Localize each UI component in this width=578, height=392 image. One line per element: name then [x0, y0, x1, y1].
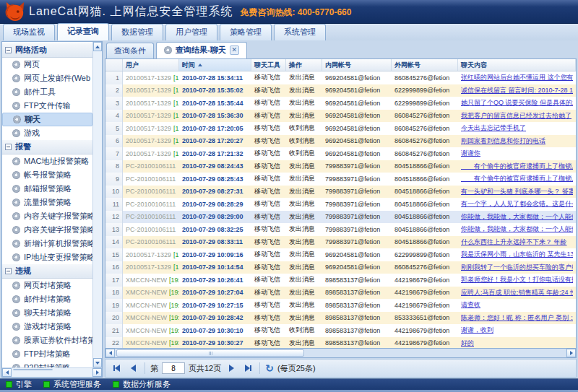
sidebar-item[interactable]: FTP文件传输	[2, 99, 92, 113]
next-page-icon[interactable]	[225, 362, 238, 375]
sidebar-item[interactable]: MAC地址报警策略	[2, 154, 92, 168]
nav-tab-user-mgmt[interactable]: 用户管理	[165, 24, 217, 40]
sidebar-item[interactable]: 内容关键字报警策略.邮	[2, 223, 92, 237]
scroll-left-icon[interactable]	[2, 368, 12, 377]
chat-content-link[interactable]: 我是沃保网小雨，山东临沂的 某先生1386497	[461, 250, 573, 259]
table-row[interactable]: 520100517-1329[12010-07-28 17:20:05移动飞信收…	[105, 122, 576, 135]
table-row[interactable]: 220100517-1329[12010-07-28 15:35:02移动飞信发…	[105, 84, 576, 97]
table-row[interactable]: 13PC-201001061112010-07-29 08:32:25移动飞信发…	[105, 223, 576, 236]
column-header-操作[interactable]: 操作	[286, 59, 322, 71]
chat-content-link[interactable]: 你能做，我能做，大家都做；一个人能做，两	[461, 225, 573, 234]
grid-horizontal-scrollbar[interactable]	[105, 349, 577, 358]
chat-content-link[interactable]: 陈老师：您好！昵 称：匿名用户 类别：未知	[461, 313, 573, 323]
column-header-rownum[interactable]	[105, 59, 123, 71]
table-row[interactable]: 22XMCCN-NEW[19:2010-07-29 10:30:27移动飞信发出…	[105, 337, 576, 349]
collapse-icon[interactable]	[5, 144, 12, 150]
chat-content-link[interactable]: 我把客户的留言信息已经发过去给她了	[461, 111, 571, 121]
sidebar-item[interactable]: 帐号报警策略	[2, 168, 92, 182]
chat-content-link[interactable]: 请查收	[461, 300, 480, 310]
chat-content-link[interactable]: 诚信保在线留言 留言时间: 2010-7-28 10:50:0	[461, 86, 573, 95]
sidebar-item[interactable]: FTP封堵策略	[2, 347, 92, 361]
column-header-外网帐号[interactable]: 外网帐号	[392, 59, 458, 71]
chat-content-link[interactable]: 有个偷牛的被官府逮捕而上了枷锁。熟人！	[461, 174, 573, 183]
scroll-down-icon[interactable]	[93, 358, 102, 367]
table-row[interactable]: 720100517-1329[12010-07-28 17:21:32移动飞信收…	[105, 147, 576, 160]
collapse-icon[interactable]	[5, 47, 12, 53]
chat-content-link[interactable]: 刚刚我转了一个临沂的想买车险的客户给张红	[461, 263, 573, 272]
nav-tab-data-mgmt[interactable]: 数据管理	[111, 24, 163, 40]
scroll-right-icon[interactable]	[566, 349, 576, 357]
table-row[interactable]: 9PC-201001061112010-07-29 08:25:43移动飞信发出…	[105, 173, 576, 186]
sidebar-horizontal-scrollbar[interactable]	[2, 367, 102, 377]
sidebar-item[interactable]: 聊天	[2, 113, 92, 126]
column-header-时间[interactable]: 时间	[179, 59, 251, 71]
chat-content-link[interactable]: 好的	[461, 339, 474, 348]
table-row[interactable]: 8PC-201001061112010-07-29 08:24:43移动飞信发出…	[105, 160, 576, 173]
chat-content-link[interactable]: 谢谢你	[461, 149, 480, 158]
sidebar-item[interactable]: 股票证券软件封堵策略	[2, 334, 92, 347]
sidebar-item[interactable]: 网页上发邮件(Web Mai	[2, 71, 92, 85]
table-row[interactable]: 620100517-1329[12010-07-28 17:20:27移动飞信收…	[105, 135, 576, 148]
sidebar-item[interactable]: 网页封堵策略	[2, 279, 92, 292]
prev-page-icon[interactable]	[126, 362, 139, 375]
nav-tab-policy-mgmt[interactable]: 策略管理	[220, 24, 272, 40]
chat-content-link[interactable]: 今天出去忘记带手机了	[461, 123, 526, 133]
sidebar-item[interactable]: 新增计算机报警策略	[2, 237, 92, 251]
tab-query-conditions[interactable]: 查询条件	[106, 43, 154, 58]
chat-content-link[interactable]: 你能做，我能做，大家都做；一个人能做，两	[461, 212, 573, 222]
chat-content-link[interactable]: 刚回家看到信息和你打的电话	[461, 136, 545, 146]
chat-content-link[interactable]: 她只留了个QQ 说要买保险 但是具体的您回去	[461, 98, 573, 108]
scrollbar-thumb[interactable]	[13, 369, 53, 370]
table-row[interactable]: 21XMCCN-NEW[19:2010-07-29 10:30:10移动飞信收到…	[105, 324, 576, 337]
column-header-聊天工具[interactable]: 聊天工具	[251, 59, 286, 71]
sidebar-item[interactable]: 游戏	[2, 126, 92, 140]
table-row[interactable]: 11PC-201001061112010-07-29 08:28:29移动飞信发…	[105, 198, 576, 211]
chat-content-link[interactable]: 有一头驴和一头猪 到底杀哪一头？ 答案：杀猪	[461, 187, 573, 196]
chat-content-link[interactable]: 应聘人:马百成 职位:销售精英 年龄:24 性别(0男	[461, 288, 573, 297]
sidebar-item[interactable]: 流量报警策略	[2, 196, 92, 209]
chat-content-link[interactable]: 郭老师您好！我是小文！打你电话没有接，有	[461, 275, 573, 284]
sidebar-item[interactable]: P2P封堵策略	[2, 361, 92, 367]
close-icon[interactable]: ✕	[230, 45, 239, 55]
sidebar-item[interactable]: 邮件封堵策略	[2, 292, 92, 306]
table-row[interactable]: 17XMCCN-NEW[19:2010-07-29 10:26:41移动飞信发出…	[105, 274, 576, 287]
sidebar-group-header[interactable]: 网络活动	[2, 43, 92, 58]
nav-tab-record-query[interactable]: 记录查询	[57, 23, 109, 40]
collapse-icon[interactable]	[5, 268, 12, 274]
scrollbar-thumb[interactable]	[116, 349, 304, 357]
sidebar-item[interactable]: 聊天封堵策略	[2, 306, 92, 320]
sidebar-group-header[interactable]: 违规	[2, 264, 92, 279]
table-row[interactable]: 12PC-201001061112010-07-29 08:29:00移动飞信发…	[105, 211, 576, 224]
table-row[interactable]: 1520100517-1329[12010-07-29 10:09:16移动飞信…	[105, 248, 576, 261]
first-page-icon[interactable]	[110, 362, 123, 375]
table-row[interactable]: 20XMCCN-NEW[19:2010-07-29 10:28:42移动飞信发出…	[105, 312, 576, 325]
chat-content-link[interactable]: 有个偷牛的被官府逮捕而上了枷锁。熟人！	[461, 162, 573, 171]
sidebar-item[interactable]: 邮箱报警策略	[2, 182, 92, 196]
table-row[interactable]: 1620100517-1329[12010-07-29 10:14:54移动飞信…	[105, 261, 576, 274]
page-number-input[interactable]	[162, 362, 185, 374]
sidebar-item[interactable]: 游戏封堵策略	[2, 320, 92, 334]
tab-query-result-chat[interactable]: 查询结果-聊天 ✕	[156, 42, 247, 58]
sidebar-group-header[interactable]: 报警	[2, 140, 92, 154]
table-row[interactable]: 420100517-1329[12010-07-28 15:36:30移动飞信发…	[105, 110, 576, 123]
scroll-right-icon[interactable]	[92, 368, 102, 377]
table-row[interactable]: 10PC-201001061112010-07-29 08:27:31移动飞信发…	[105, 186, 576, 199]
table-row[interactable]: 14PC-201001061112010-07-29 08:33:11移动飞信发…	[105, 236, 576, 249]
scroll-left-icon[interactable]	[105, 349, 115, 357]
table-row[interactable]: 18XMCCN-NEW[19:2010-07-29 10:27:04移动飞信发出…	[105, 287, 576, 300]
column-header-内网帐号[interactable]: 内网帐号	[322, 59, 392, 71]
nav-tab-live-monitor[interactable]: 现场监视	[3, 24, 55, 40]
chat-content-link[interactable]: 张红暎的网站后台她不懂运用 这个您有空记得	[461, 73, 573, 82]
sidebar-vertical-scrollbar[interactable]	[92, 42, 102, 367]
sidebar-item[interactable]: 邮件工具	[2, 85, 92, 99]
refresh-icon[interactable]: ↻	[265, 363, 274, 373]
sidebar-item[interactable]: IP地址变更报警策略	[2, 251, 92, 264]
nav-tab-system-mgmt[interactable]: 系统管理	[274, 24, 326, 40]
sidebar-item[interactable]: 内容关键字报警策略.网	[2, 209, 92, 223]
table-row[interactable]: 19XMCCN-NEW[19:2010-07-29 10:27:15移动飞信发出…	[105, 299, 576, 312]
chat-content-link[interactable]: 什么东西往上升永远掉不下来？ 年龄	[461, 238, 567, 247]
last-page-icon[interactable]	[241, 362, 254, 375]
column-header-聊天内容[interactable]: 聊天内容	[458, 59, 576, 71]
chat-content-link[interactable]: 谢谢，收到	[461, 326, 493, 335]
chat-content-link[interactable]: 有一个字，人人见了都会念错。这是什么字？	[461, 199, 573, 209]
